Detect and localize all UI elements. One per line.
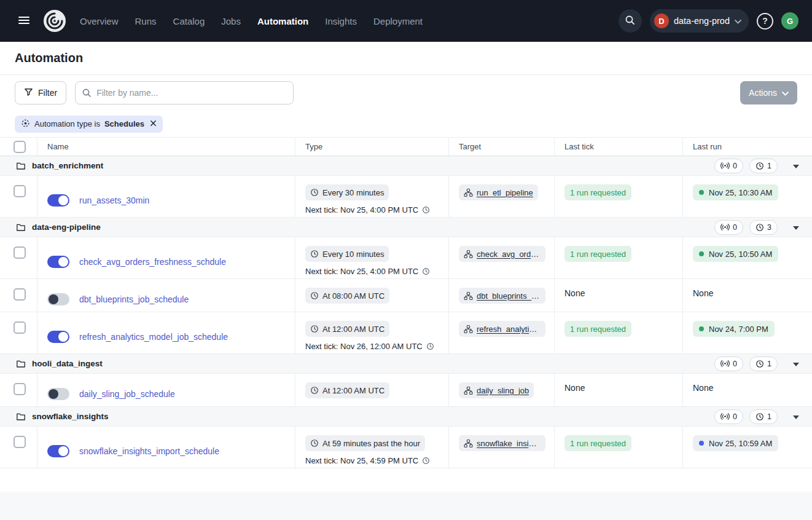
target-chip[interactable]: daily_sling_job bbox=[459, 382, 534, 398]
schedule-name-link[interactable]: daily_sling_job_schedule bbox=[79, 389, 175, 399]
group-row: hooli_data_ingest 0 1 bbox=[0, 354, 812, 374]
schedule-count: 3 bbox=[767, 223, 771, 232]
clock-icon bbox=[310, 439, 319, 447]
last-run-label: Nov 25, 10:30 AM bbox=[709, 188, 772, 197]
actions-button[interactable]: Actions bbox=[740, 81, 797, 104]
last-tick-cell: None bbox=[555, 374, 683, 406]
schedule-toggle[interactable] bbox=[47, 293, 69, 305]
name-filter-input[interactable] bbox=[75, 81, 294, 104]
next-tick: Next tick: Nov 26, 12:00 AM UTC bbox=[305, 342, 440, 351]
asset-graph-icon bbox=[464, 386, 473, 395]
checkbox-cell bbox=[0, 427, 37, 468]
collapse-group-button[interactable] bbox=[789, 357, 803, 371]
page-title: Automation bbox=[15, 51, 83, 65]
target-chip[interactable]: run_etl_pipeline bbox=[459, 184, 538, 200]
collapse-group-button[interactable] bbox=[789, 220, 803, 235]
last-tick-chip[interactable]: 1 run requested bbox=[564, 321, 631, 337]
row-checkbox[interactable] bbox=[14, 321, 26, 334]
search-button[interactable] bbox=[619, 9, 642, 33]
name-cell: daily_sling_job_schedule bbox=[37, 374, 295, 406]
schedule-type-label: At 08:00 AM UTC bbox=[322, 291, 385, 301]
schedule-name-link[interactable]: run_assets_30min bbox=[79, 195, 149, 205]
last-tick-chip[interactable]: 1 run requested bbox=[564, 435, 631, 451]
collapse-group-button[interactable] bbox=[789, 409, 803, 424]
name-cell: refresh_analytics_model_job_schedule bbox=[37, 312, 295, 353]
schedule-toggle[interactable] bbox=[47, 331, 69, 343]
filter-button[interactable]: Filter bbox=[15, 81, 66, 104]
help-button[interactable]: ? bbox=[757, 13, 773, 30]
group-name: data-eng-pipeline bbox=[32, 223, 101, 232]
folder-icon bbox=[16, 161, 26, 171]
nav-item-overview[interactable]: Overview bbox=[80, 16, 119, 26]
sensor-count-pill: 0 bbox=[714, 220, 743, 235]
page-bottom-area bbox=[0, 492, 812, 520]
target-cell: run_etl_pipeline bbox=[449, 176, 555, 217]
user-avatar[interactable]: G bbox=[781, 12, 798, 30]
name-cell: snowflake_insights_import_schedule bbox=[37, 427, 295, 468]
funnel-icon bbox=[24, 87, 33, 98]
hamburger-icon bbox=[17, 14, 31, 29]
last-run-chip[interactable]: Nov 25, 10:59 AM bbox=[693, 435, 778, 451]
asset-graph-icon bbox=[464, 188, 473, 197]
deployment-name: data-eng-prod bbox=[674, 16, 730, 26]
deployment-selector[interactable]: D data-eng-prod bbox=[650, 9, 749, 33]
toggle-knob bbox=[58, 446, 68, 456]
schedule-toggle[interactable] bbox=[47, 445, 69, 457]
asset-graph-icon bbox=[464, 291, 473, 301]
schedule-name-link[interactable]: refresh_analytics_model_job_schedule bbox=[79, 332, 228, 342]
column-header-name: Name bbox=[37, 138, 295, 156]
active-filters-row: Automation type is Schedules bbox=[0, 111, 812, 138]
row-checkbox[interactable] bbox=[14, 246, 26, 259]
type-cell: At 08:00 AM UTC bbox=[295, 279, 449, 312]
close-icon bbox=[150, 119, 157, 128]
last-run-chip[interactable]: Nov 25, 10:50 AM bbox=[693, 246, 778, 262]
schedule-toggle[interactable] bbox=[47, 256, 69, 268]
target-chip[interactable]: snowflake_insights bbox=[459, 435, 545, 451]
schedule-type-label: Every 30 minutes bbox=[322, 188, 384, 197]
row-checkbox[interactable] bbox=[14, 383, 26, 395]
type-cell: Every 30 minutes Next tick: Nov 25, 4:00… bbox=[295, 176, 449, 217]
target-chip[interactable]: refresh_analytics_r bbox=[459, 321, 545, 337]
schedule-name-link[interactable]: check_avg_orders_freshness_schdule bbox=[79, 257, 226, 267]
app-window: Overview Runs Catalog Jobs Automation In… bbox=[0, 0, 812, 520]
row-checkbox[interactable] bbox=[14, 436, 26, 448]
automation-icon bbox=[21, 119, 30, 130]
last-run-label: Nov 24, 7:00 PM bbox=[709, 325, 768, 334]
column-header-last-tick: Last tick bbox=[555, 138, 683, 156]
clock-icon bbox=[310, 291, 319, 300]
target-chip[interactable]: dbt_blueprints_job bbox=[459, 288, 545, 304]
last-tick-chip[interactable]: 1 run requested bbox=[564, 184, 631, 200]
target-label: check_avg_orders_ bbox=[477, 250, 541, 259]
last-run-chip[interactable]: Nov 25, 10:30 AM bbox=[693, 184, 778, 200]
menu-button[interactable] bbox=[14, 10, 34, 33]
schedule-count: 1 bbox=[767, 162, 771, 170]
schedule-count-pill: 1 bbox=[749, 159, 778, 173]
remove-filter-button[interactable] bbox=[150, 119, 157, 128]
schedule-name-link[interactable]: dbt_blueprints_job_schedule bbox=[79, 294, 189, 304]
last-tick-cell: 1 run requested bbox=[555, 176, 683, 217]
nav-item-deployment[interactable]: Deployment bbox=[373, 16, 423, 26]
deployment-badge: D bbox=[654, 14, 669, 28]
dagster-logo-icon[interactable] bbox=[43, 9, 66, 33]
nav-item-insights[interactable]: Insights bbox=[325, 16, 357, 26]
collapse-group-button[interactable] bbox=[789, 159, 803, 173]
table-body: batch_enrichment 0 1 run_assets_30min Ev… bbox=[0, 156, 812, 468]
row-checkbox[interactable] bbox=[14, 288, 26, 301]
schedule-toggle[interactable] bbox=[47, 194, 69, 207]
nav-item-jobs[interactable]: Jobs bbox=[221, 16, 241, 26]
last-run-chip[interactable]: Nov 24, 7:00 PM bbox=[693, 321, 775, 337]
schedule-toggle[interactable] bbox=[47, 388, 69, 400]
chevron-down-icon bbox=[782, 88, 789, 98]
select-all-checkbox[interactable] bbox=[14, 141, 26, 153]
nav-item-runs[interactable]: Runs bbox=[135, 16, 157, 26]
schedule-name-link[interactable]: snowflake_insights_import_schedule bbox=[79, 446, 219, 456]
target-chip[interactable]: check_avg_orders_ bbox=[459, 246, 545, 262]
row-checkbox[interactable] bbox=[14, 185, 26, 197]
nav-item-automation[interactable]: Automation bbox=[257, 16, 308, 26]
last-run-cell: Nov 25, 10:59 AM bbox=[683, 427, 812, 468]
nav-item-catalog[interactable]: Catalog bbox=[173, 16, 205, 26]
group-row: snowflake_insights 0 1 bbox=[0, 407, 812, 427]
schedule-type-chip: Every 30 minutes bbox=[305, 184, 389, 200]
last-tick-chip[interactable]: 1 run requested bbox=[564, 246, 631, 262]
last-run-cell: Nov 24, 7:00 PM bbox=[683, 312, 812, 353]
